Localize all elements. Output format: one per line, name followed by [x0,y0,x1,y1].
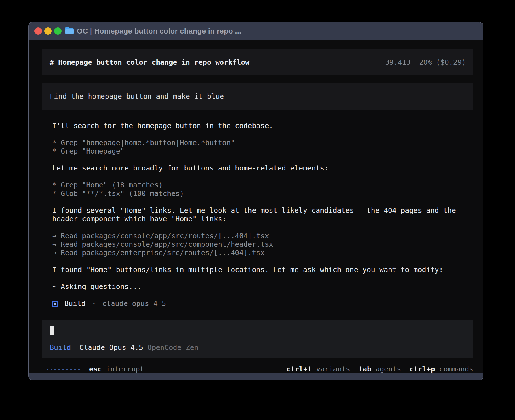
arrow-right-icon: → [52,232,56,240]
tool-call-label: Read packages/console/app/src/component/… [61,240,273,249]
minimize-button[interactable] [44,27,52,35]
tool-call: * Grep "homepage|home.*button|Home.*butt… [52,139,473,147]
tool-call: * Grep "Homepage" [52,147,473,156]
separator-dot: · [92,299,96,308]
assistant-paragraph: Let me search more broadly for buttons a… [52,164,473,172]
prompt-input[interactable]: Build Claude Opus 4.5 OpenCode Zen [42,320,473,358]
session-title: # Homepage button color change in repo w… [50,58,249,67]
arrow-right-icon: → [52,240,56,249]
tool-call: → Read packages/enterprise/src/routes/[.… [52,249,473,257]
tool-call-label: Read packages/enterprise/src/routes/[...… [61,249,265,257]
agent-badge: Build · claude-opus-4-5 [52,299,473,308]
tool-call-label: Read packages/console/app/src/routes/[..… [61,232,269,240]
window-title: OC | Homepage button color change in rep… [77,27,241,36]
provider-label: OpenCode Zen [147,344,198,352]
shortcut-agents: tab agents [359,365,401,373]
text-cursor [50,326,54,335]
terminal-content: # Homepage button color change in repo w… [29,40,483,373]
tool-call-group: * Grep "Home" (18 matches) * Glob "**/*.… [52,181,473,198]
shortcut-variants: ctrl+t variants [286,365,350,373]
session-header: # Homepage button color change in repo w… [42,49,473,75]
status-bar-right: ctrl+t variants tab agents ctrl+p comman… [286,365,473,373]
tool-call-group: * Grep "homepage|home.*button|Home.*butt… [52,139,473,156]
arrow-right-icon: → [52,249,56,257]
close-button[interactable] [34,27,42,35]
tool-call-label: Grep "homepage|home.*button|Home.*button… [61,139,235,147]
activity-status: ~ Asking questions... [52,283,473,291]
traffic-lights [34,27,62,35]
folder-icon [65,28,74,34]
input-meta: Build Claude Opus 4.5 OpenCode Zen [50,344,466,352]
mode-label: Build [50,344,71,352]
zoom-button[interactable] [54,27,62,35]
agent-model: claude-opus-4-5 [102,299,166,308]
shortcut-commands: ctrl+p commands [409,365,473,373]
assistant-paragraph: I'll search for the homepage button in t… [52,122,473,130]
asterisk-icon: * [52,181,56,189]
assistant-transcript: I'll search for the homepage button in t… [42,122,473,316]
agent-name: Build [64,299,86,308]
esc-label: interrupt [106,365,144,373]
tool-call-group: → Read packages/console/app/src/routes/[… [52,232,473,257]
asterisk-icon: * [52,189,56,198]
agent-square-icon [52,301,58,307]
assistant-paragraph: I found several "Home" links. Let me loo… [52,206,473,223]
tool-call-label: Grep "Home" (18 matches) [61,181,163,189]
titlebar[interactable]: OC | Homepage button color change in rep… [29,22,483,40]
context-usage: 20% ($0.29) [419,58,466,67]
session-stats: 39,413 20% ($0.29) [385,58,466,67]
terminal-window: OC | Homepage button color change in rep… [28,22,483,380]
tool-call: → Read packages/console/app/src/componen… [52,240,473,249]
assistant-paragraph: I found "Home" buttons/links in multiple… [52,266,473,274]
tool-call: → Read packages/console/app/src/routes/[… [52,232,473,240]
status-bar-left: esc interrupt [47,365,144,373]
model-label: Claude Opus 4.5 [79,344,143,352]
tool-call-label: Glob "**/*.tsx" (100 matches) [61,189,184,198]
spinner-dots-icon [47,369,80,370]
esc-key: esc [89,365,102,373]
user-message-text: Find the homepage button and make it blu… [50,92,224,101]
shortcut-interrupt: esc interrupt [89,365,144,373]
tool-call: * Grep "Home" (18 matches) [52,181,473,189]
tool-call: * Glob "**/*.tsx" (100 matches) [52,189,473,198]
user-message: Find the homepage button and make it blu… [42,83,473,110]
asterisk-icon: * [52,147,56,156]
status-bar: esc interrupt ctrl+t variants tab agents… [42,365,473,373]
asterisk-icon: * [52,139,56,147]
token-count: 39,413 [385,58,411,67]
window-bottom-frame [29,373,483,380]
tool-call-label: Grep "Homepage" [61,147,125,156]
